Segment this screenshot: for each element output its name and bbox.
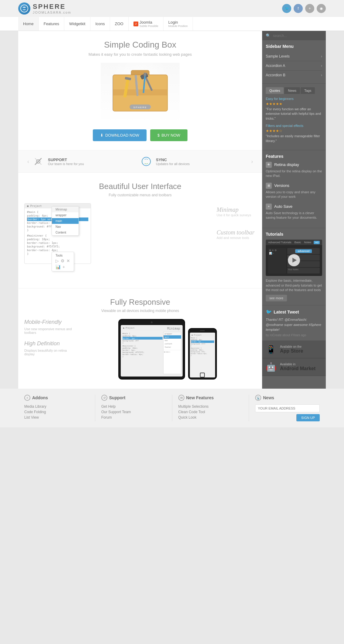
- footer: + Addons Media Library Code Folding List…: [0, 389, 344, 427]
- twitter-icon[interactable]: 🐦: [282, 4, 291, 13]
- sidebar-item-sample-levels[interactable]: Sample Levels ›: [266, 52, 322, 61]
- hd-badge: HD: [314, 241, 320, 244]
- minimap-item-main[interactable]: main: [52, 218, 79, 224]
- sidebar-menu-section: Sidebar Menu Sample Levels › Accordion A…: [262, 40, 326, 84]
- new-features-icon: ✉: [178, 395, 184, 401]
- high-def-desc: Displays beautifully on retina display: [24, 349, 73, 356]
- settings-icon[interactable]: ⚙: [61, 258, 65, 263]
- facebook-icon[interactable]: f: [294, 4, 303, 13]
- responsive-section: Fully Responsive Viewable on all devices…: [18, 288, 262, 389]
- devices-image: ● Project Minimap #main { padding: 4px; …: [79, 319, 256, 380]
- sidebar-item-accordion-b[interactable]: Accordion B ›: [266, 71, 322, 80]
- logo-area: SPHERE JOOMLASARA.com: [18, 2, 71, 15]
- mobile-friendly-title: Mobile-Friendly: [24, 319, 73, 325]
- android-market-text: Available in Android Market: [280, 363, 315, 371]
- add-icon[interactable]: +: [62, 264, 65, 269]
- strip-next-button[interactable]: ›: [248, 158, 256, 165]
- app-store-button[interactable]: 📱 Available on the App Store: [262, 341, 326, 358]
- tab-news[interactable]: News: [284, 87, 300, 94]
- tablet-screen: ● Project Minimap #main { padding: 4px; …: [121, 325, 183, 377]
- sidebar-tutorials-section: Tutorials Advanced Tutorials Basic Notes…: [262, 228, 326, 305]
- new-features-title: ✉ New Features: [178, 395, 243, 401]
- svg-rect-3: [113, 89, 167, 95]
- buy-button[interactable]: $ BUY NOW: [150, 129, 187, 141]
- play-triangle-icon: [292, 258, 297, 263]
- googleplus-icon[interactable]: +: [305, 4, 314, 13]
- toolbar-label-block: Custom toolbar Add and remove tools: [217, 229, 256, 240]
- search-icon: 🔍: [266, 33, 271, 38]
- phone-speaker: [200, 330, 205, 331]
- footer-link-code-folding[interactable]: Code Folding: [24, 410, 89, 414]
- nav-zoo[interactable]: ZOO: [110, 17, 129, 31]
- tab-quotes[interactable]: Quotes: [266, 87, 284, 94]
- footer-col-addons: + Addons Media Library Code Folding List…: [18, 395, 95, 421]
- phone-icon: 📱: [266, 344, 276, 354]
- phone-screen: ● Project #main { padding: 4px; border: …: [190, 333, 215, 377]
- strip-sync-text: SYNC Updates for all devices: [156, 158, 190, 166]
- tablet-device: ● Project Minimap #main { padding: 4px; …: [118, 319, 185, 380]
- review-link-1[interactable]: Easy for beginners: [266, 97, 322, 101]
- nav-bar: Home Features Widgetkit Icons ZOO J Joom…: [0, 17, 344, 31]
- nav-features[interactable]: Features: [39, 17, 64, 31]
- chevron-right-icon: ›: [321, 73, 322, 77]
- search-input[interactable]: [273, 34, 322, 38]
- feature-strip: ‹ SUPPORT Our team is here for you: [18, 150, 262, 173]
- minimap-item-content[interactable]: Content: [52, 230, 79, 235]
- minimap-item-wrapper[interactable]: wrapper: [52, 212, 79, 218]
- android-market-button[interactable]: 🤖 Available in Android Market: [262, 358, 326, 376]
- dollar-icon: $: [157, 133, 160, 138]
- ui-demo-area: ● Project #main { padding: 4px; border: …: [24, 203, 256, 279]
- minimap-item-nav[interactable]: Nav: [52, 224, 79, 230]
- nav-joomla[interactable]: J Joomla Subtle Possible: [129, 17, 164, 31]
- footer-link-get-help[interactable]: Get Help: [101, 404, 166, 409]
- tutorials-desc: Explore the basic, intermediate, advance…: [266, 278, 322, 292]
- news-icon: 📡: [255, 395, 261, 401]
- svg-rect-12: [143, 73, 147, 76]
- close-tools-icon[interactable]: ✕: [66, 258, 70, 263]
- footer-link-quick-look[interactable]: Quick Look: [178, 415, 243, 420]
- signup-button[interactable]: SIGN UP: [296, 414, 320, 421]
- toolbar-italic: Custom toolbar: [217, 229, 256, 236]
- footer-link-media-library[interactable]: Media Library: [24, 404, 89, 409]
- see-more-button[interactable]: see more: [266, 295, 287, 301]
- tab-tags[interactable]: Tags: [301, 87, 315, 94]
- ui-title: Beautiful User Interface: [24, 182, 256, 191]
- ui-section: Beautiful User Interface Fully customiza…: [18, 173, 262, 288]
- news-title: 📡 News: [255, 395, 320, 401]
- play-icon[interactable]: ▷: [56, 258, 59, 263]
- nav-home[interactable]: Home: [18, 17, 39, 31]
- feature-autosave: + Auto Save Auto Save technology is a cl…: [266, 204, 322, 220]
- addons-icon: +: [24, 395, 30, 401]
- logo-name: SPHERE JOOMLASARA.com: [33, 3, 71, 14]
- review-text-2: "Includes an easily manageable filter li…: [266, 134, 322, 143]
- hero-title: Simple Coding Box: [24, 40, 256, 50]
- footer-link-multiple-selections[interactable]: Multiple Selections: [178, 404, 243, 409]
- rss-icon[interactable]: ◉: [317, 4, 326, 13]
- nav-login[interactable]: Login Module Position: [164, 17, 193, 31]
- main-layout: Simple Coding Box Makes it easy for you …: [0, 31, 344, 389]
- sidebar-item-accordion-a[interactable]: Accordion A ›: [266, 61, 322, 71]
- download-button[interactable]: ⬇ DOWNLOAD NOW: [93, 129, 147, 141]
- footer-link-forum[interactable]: Forum: [101, 415, 166, 420]
- tweet-header: 🐦 Latest Tweet: [266, 309, 322, 315]
- chart-icon[interactable]: 📊: [56, 264, 61, 269]
- sync-icon: [140, 155, 152, 168]
- nav-icons[interactable]: Icons: [90, 17, 110, 31]
- strip-prev-button[interactable]: ‹: [24, 158, 32, 165]
- responsive-subtitle: Viewable on all devices including mobile…: [24, 309, 256, 313]
- footer-link-our-support-team[interactable]: Our Support Team: [101, 410, 166, 414]
- android-icon: 🤖: [266, 362, 276, 372]
- email-input[interactable]: [255, 404, 320, 412]
- svg-point-16: [142, 157, 150, 166]
- minimap-desc: Use it for quick surveys: [217, 213, 256, 217]
- footer-link-list-view[interactable]: List View: [24, 415, 89, 420]
- sidebar: 🔍 Sidebar Menu Sample Levels › Accordion…: [262, 31, 326, 389]
- play-button[interactable]: [288, 254, 300, 266]
- review-link-2[interactable]: Filters and special effects: [266, 124, 322, 128]
- responsive-layout: Mobile-Friendly Use new responsive menus…: [24, 319, 256, 380]
- responsive-text: Mobile-Friendly Use new responsive menus…: [24, 319, 73, 380]
- footer-link-clean-code[interactable]: Clean Code Tool: [178, 410, 243, 414]
- nav-widgetkit[interactable]: Widgetkit: [64, 17, 90, 31]
- retina-desc: Optimized for the retina display on the …: [266, 169, 322, 178]
- strip-support: SUPPORT Our team is here for you: [32, 155, 140, 168]
